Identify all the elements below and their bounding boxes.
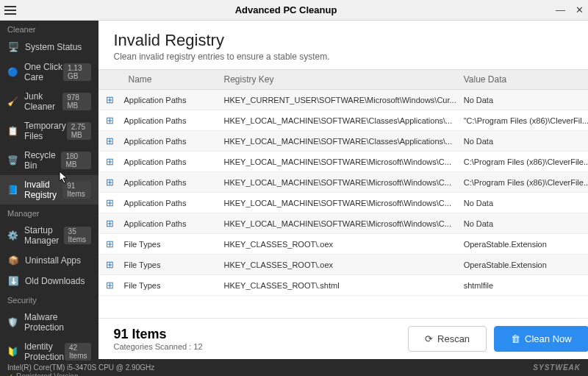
row-name: Application Paths <box>123 219 223 228</box>
table-row[interactable]: ⊞Application PathsHKEY_LOCAL_MACHINE\SOF… <box>98 193 588 213</box>
sidebar-item-old-downloads[interactable]: ⬇️Old Downloads <box>0 271 98 291</box>
check-icon: ✓ <box>7 372 13 376</box>
registry-row-icon: ⊞ <box>106 177 123 188</box>
registry-table: Name Registry Key Value Data ⊞Applicatio… <box>98 69 588 318</box>
row-name: Application Paths <box>123 157 223 166</box>
col-key: Registry Key <box>223 74 463 85</box>
titlebar: Advanced PC Cleanup — ✕ <box>0 0 588 21</box>
registry-row-icon: ⊞ <box>106 259 123 270</box>
refresh-icon: ⟳ <box>425 333 433 344</box>
table-row[interactable]: ⊞Application PathsHKEY_LOCAL_MACHINE\SOF… <box>98 172 588 193</box>
row-name: File Types <box>123 240 223 249</box>
section-manager: Manager <box>0 205 98 221</box>
row-value: C:\Program Files (x86)\CleverFile... <box>464 157 588 166</box>
shield-icon: 🛡️ <box>7 316 18 328</box>
row-value: No Data <box>464 137 588 146</box>
row-key: HKEY_CLASSES_ROOT\.oex <box>223 240 463 249</box>
row-value: OperaStable.Extension <box>464 240 588 249</box>
row-value: C:\Program Files (x86)\CleverFile... <box>464 178 588 187</box>
row-value: No Data <box>464 199 588 207</box>
row-key: HKEY_CLASSES_ROOT\.shtml <box>223 281 463 290</box>
row-name: Application Paths <box>123 116 223 125</box>
registry-row-icon: ⊞ <box>106 238 123 249</box>
row-key: HKEY_CLASSES_ROOT\.oex <box>223 260 463 269</box>
row-key: HKEY_LOCAL_MACHINE\SOFTWARE\Microsoft\Wi… <box>223 178 463 187</box>
sidebar: Cleaner 🖥️System Status 🔵One Click Care1… <box>0 21 98 359</box>
categories-scanned: Categories Scanned : 12 <box>113 342 202 351</box>
close-button[interactable]: ✕ <box>576 4 584 15</box>
row-value: "C:\Program Files (x86)\CleverFil... <box>464 116 588 125</box>
registry-row-icon: ⊞ <box>106 94 123 105</box>
items-count: 91 Items <box>113 327 202 342</box>
sidebar-item-recycle-bin[interactable]: 🗑️Recycle Bin180 MB <box>0 146 98 175</box>
row-name: File Types <box>123 260 223 269</box>
section-security: Security <box>0 291 98 308</box>
page-title: Invalid Registry <box>113 31 588 50</box>
monitor-icon: 🖥️ <box>7 41 19 53</box>
trash-icon: 🗑 <box>511 333 520 344</box>
table-row[interactable]: ⊞Application PathsHKEY_CURRENT_USER\SOFT… <box>98 90 588 110</box>
clean-now-button[interactable]: 🗑Clean Now <box>494 326 588 352</box>
table-row[interactable]: ⊞Application PathsHKEY_LOCAL_MACHINE\SOF… <box>98 131 588 152</box>
row-name: File Types <box>123 281 223 290</box>
row-value: No Data <box>464 96 588 104</box>
temp-icon: 📋 <box>7 125 18 137</box>
app-title: Advanced PC Cleanup <box>235 4 337 15</box>
minimize-button[interactable]: — <box>556 4 565 15</box>
brand-label: SYSTWEAK <box>533 363 581 372</box>
section-cleaner: Cleaner <box>0 21 98 37</box>
registry-row-icon: ⊞ <box>106 218 123 229</box>
registry-row-icon: ⊞ <box>106 135 123 146</box>
registry-row-icon: ⊞ <box>106 280 123 291</box>
table-row[interactable]: ⊞Application PathsHKEY_LOCAL_MACHINE\SOF… <box>98 110 588 131</box>
row-value: OperaStable.Extension <box>464 260 588 269</box>
col-name: Name <box>106 74 223 85</box>
sidebar-item-invalid-registry[interactable]: 📘Invalid Registry91 Items <box>0 175 98 205</box>
identity-icon: 🔰 <box>7 346 18 358</box>
row-key: HKEY_LOCAL_MACHINE\SOFTWARE\Microsoft\Wi… <box>223 219 463 228</box>
sidebar-item-system-status[interactable]: 🖥️System Status <box>0 37 98 57</box>
care-icon: 🔵 <box>7 66 18 78</box>
row-key: HKEY_LOCAL_MACHINE\SOFTWARE\Classes\Appl… <box>223 116 463 125</box>
row-name: Application Paths <box>123 199 223 207</box>
row-name: Application Paths <box>123 137 223 146</box>
registry-icon: 📘 <box>7 184 18 196</box>
startup-icon: ⚙️ <box>7 230 18 241</box>
table-row[interactable]: ⊞File TypesHKEY_CLASSES_ROOT\.shtmlshtml… <box>98 275 588 296</box>
sidebar-item-temporary-files[interactable]: 📋Temporary Files2.75 MB <box>0 116 98 146</box>
uninstall-icon: 📦 <box>7 255 19 266</box>
main-panel: Invalid Registry Clean invalid registry … <box>98 21 588 359</box>
page-subtitle: Clean invalid registry entries to ensure… <box>113 52 588 62</box>
table-row[interactable]: ⊞Application PathsHKEY_LOCAL_MACHINE\SOF… <box>98 213 588 234</box>
registry-row-icon: ⊞ <box>106 197 123 208</box>
sidebar-item-uninstall-apps[interactable]: 📦Uninstall Apps <box>0 250 98 271</box>
row-key: HKEY_LOCAL_MACHINE\SOFTWARE\Classes\Appl… <box>223 137 463 146</box>
row-key: HKEY_LOCAL_MACHINE\SOFTWARE\Microsoft\Wi… <box>223 157 463 166</box>
junk-icon: 🧹 <box>7 96 18 107</box>
registry-row-icon: ⊞ <box>106 115 123 126</box>
row-key: HKEY_CURRENT_USER\SOFTWARE\Microsoft\Win… <box>223 96 463 104</box>
sidebar-item-junk-cleaner[interactable]: 🧹Junk Cleaner978 MB <box>0 87 98 116</box>
sidebar-item-malware-protection[interactable]: 🛡️Malware Protection <box>0 308 98 337</box>
sidebar-item-identity-protection[interactable]: 🔰Identity Protection42 Items <box>0 337 98 366</box>
recycle-icon: 🗑️ <box>7 155 18 166</box>
row-name: Application Paths <box>123 178 223 187</box>
row-key: HKEY_LOCAL_MACHINE\SOFTWARE\Microsoft\Wi… <box>223 199 463 207</box>
col-value: Value Data <box>464 74 588 85</box>
row-value: shtmlfile <box>464 281 588 290</box>
cpu-info: Intel(R) Core(TM) i5-3470S CPU @ 2.90GHz <box>7 363 154 372</box>
table-row[interactable]: ⊞File TypesHKEY_CLASSES_ROOT\.oexOperaSt… <box>98 255 588 275</box>
row-name: Application Paths <box>123 96 223 104</box>
rescan-button[interactable]: ⟳Rescan <box>408 326 487 352</box>
sidebar-item-startup-manager[interactable]: ⚙️Startup Manager35 Items <box>0 221 98 250</box>
registry-row-icon: ⊞ <box>106 156 123 167</box>
table-header: Name Registry Key Value Data <box>98 69 588 90</box>
row-value: No Data <box>464 219 588 228</box>
hamburger-icon[interactable] <box>4 6 16 15</box>
download-icon: ⬇️ <box>7 275 19 287</box>
bottom-bar: 91 Items Categories Scanned : 12 ⟳Rescan… <box>98 318 588 359</box>
table-row[interactable]: ⊞Application PathsHKEY_LOCAL_MACHINE\SOF… <box>98 152 588 172</box>
table-row[interactable]: ⊞File TypesHKEY_CLASSES_ROOT\.oexOperaSt… <box>98 234 588 255</box>
sidebar-item-one-click-care[interactable]: 🔵One Click Care1.13 GB <box>0 57 98 87</box>
